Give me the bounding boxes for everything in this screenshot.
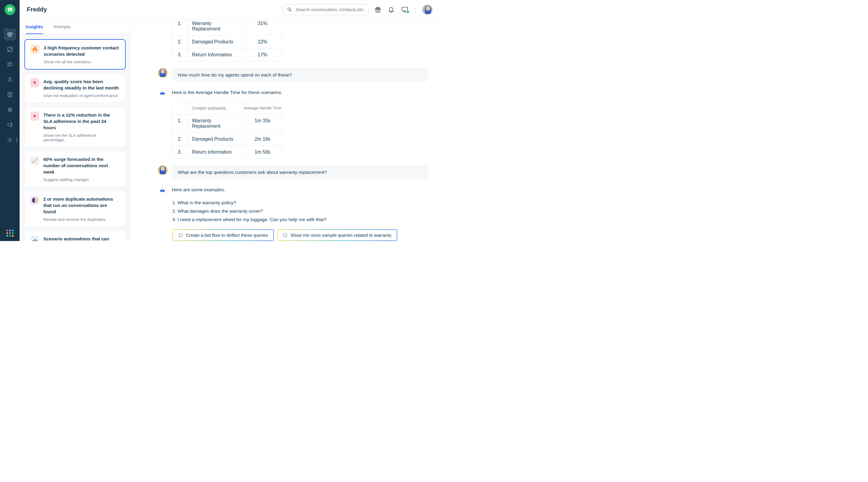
nav-dashboard[interactable]: [4, 43, 16, 56]
user-avatar: [158, 68, 167, 78]
svg-point-8: [9, 77, 11, 79]
svg-rect-0: [7, 7, 12, 11]
monitor-status-icon[interactable]: [401, 6, 408, 13]
insight-card[interactable]: 📈 60% surge forecasted in the number of …: [24, 151, 126, 187]
svg-point-16: [288, 7, 290, 10]
insight-card[interactable]: ▼ There is a 12% reduction in the SLA ad…: [24, 107, 126, 147]
svg-rect-26: [179, 233, 182, 236]
scenarios-table: 1.Warranty Replacement31% 2.Damaged Prod…: [173, 19, 282, 61]
chat-icon: [178, 233, 183, 238]
topbar: Freddy: [20, 0, 440, 19]
tab-prompts[interactable]: Prompts: [54, 24, 71, 34]
nav-campaigns[interactable]: [4, 119, 16, 131]
app-switcher-icon[interactable]: [6, 230, 13, 237]
user-message: What are the top questions customers ask…: [173, 165, 428, 179]
bot-message: Here are some examples.: [172, 186, 225, 193]
nav-contacts[interactable]: [4, 73, 16, 86]
svg-point-14: [16, 139, 17, 140]
create-bot-flow-button[interactable]: Create a bot flow to deflect these queri…: [173, 229, 274, 241]
tab-insights[interactable]: Insights: [26, 24, 43, 34]
svg-point-23: [160, 190, 163, 192]
app-logo: [4, 4, 16, 15]
bot-avatar: [158, 89, 167, 98]
bot-message: Here is the Average Handle Time for thes…: [172, 89, 282, 95]
svg-point-22: [162, 91, 163, 92]
nav-bots[interactable]: [4, 104, 16, 116]
svg-point-11: [10, 109, 11, 110]
svg-point-20: [160, 93, 163, 95]
nav-settings[interactable]: [4, 134, 16, 146]
svg-rect-9: [8, 108, 12, 111]
svg-rect-27: [283, 233, 287, 236]
user-avatar: [158, 165, 167, 175]
user-message: How much time do my agents spend on each…: [173, 68, 428, 82]
example-questions: 1. What is the warranty policy? 2. What …: [173, 198, 428, 224]
svg-point-4: [10, 33, 12, 35]
insight-card[interactable]: 🚗 Scenario automations that can save upt…: [24, 230, 126, 241]
svg-point-6: [10, 48, 11, 49]
show-more-queries-button[interactable]: Show me more sample queries related to w…: [277, 229, 397, 241]
insight-card[interactable]: ▼ Avg. quality score has been declining …: [24, 73, 126, 103]
bell-icon[interactable]: [388, 6, 395, 13]
sidebar-tabs: Insights Prompts: [20, 19, 130, 34]
svg-point-12: [9, 139, 10, 141]
chart-up-icon: 📈: [30, 156, 39, 165]
nav-freddy[interactable]: [4, 28, 16, 40]
insight-card[interactable]: 🔥 3 high frequency customer contact scen…: [24, 39, 126, 70]
bot-avatar: [158, 186, 167, 195]
search-input-wrap[interactable]: [283, 4, 369, 15]
nav-knowledge[interactable]: [4, 89, 16, 101]
search-input[interactable]: [296, 7, 364, 12]
svg-point-7: [8, 50, 9, 51]
page-title: Freddy: [27, 6, 47, 13]
gift-icon[interactable]: [375, 6, 381, 13]
automation-icon: 🚗: [30, 235, 39, 241]
chat-icon: [283, 233, 287, 238]
svg-point-15: [16, 141, 17, 142]
search-icon: [287, 7, 292, 12]
svg-point-25: [162, 189, 163, 190]
insight-card[interactable]: 2 or more duplicate automations that run…: [24, 191, 126, 227]
insights-sidebar: Insights Prompts 🔥 3 high frequency cust…: [20, 19, 131, 241]
duplicate-icon: [30, 196, 39, 205]
svg-point-3: [7, 33, 10, 35]
svg-point-21: [162, 93, 165, 95]
trend-down-icon: ▼: [30, 78, 39, 87]
svg-rect-2: [8, 10, 10, 10]
aht-table: .Contact scenariosAverage Handle Time 1.…: [173, 102, 282, 159]
chat-content: 1.Warranty Replacement31% 2.Damaged Prod…: [131, 19, 440, 241]
svg-rect-5: [7, 47, 12, 52]
svg-point-24: [162, 190, 165, 192]
nav-conversations[interactable]: [4, 59, 16, 70]
svg-point-10: [9, 109, 9, 110]
nav-rail: [0, 0, 20, 241]
svg-point-13: [16, 138, 17, 139]
profile-avatar[interactable]: [422, 4, 433, 15]
fire-icon: 🔥: [30, 44, 39, 54]
svg-rect-1: [8, 9, 11, 10]
trend-down-icon: ▼: [30, 112, 39, 121]
